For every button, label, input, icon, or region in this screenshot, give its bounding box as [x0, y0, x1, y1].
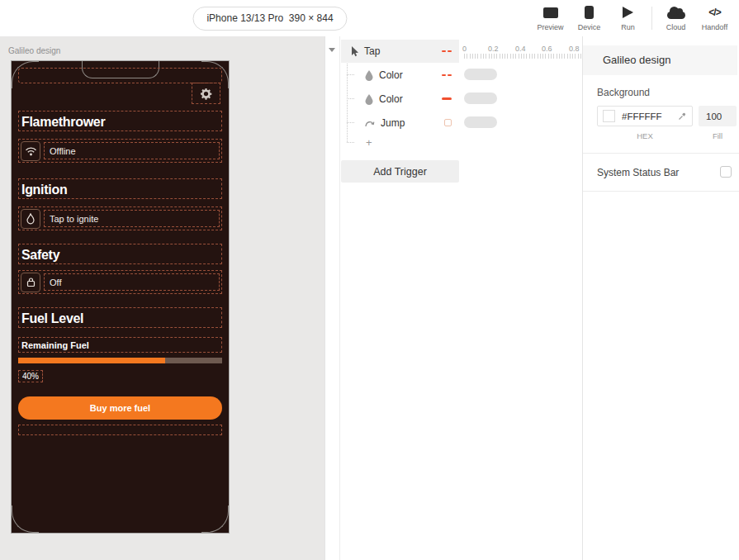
handoff-button[interactable]: </> Handoff: [695, 5, 734, 31]
ruler-tick-label: 0.2: [488, 45, 499, 53]
connection-value[interactable]: Offline: [44, 142, 220, 159]
gear-icon: [200, 88, 212, 100]
empty-layer-guide[interactable]: [18, 425, 222, 435]
phone-artboard[interactable]: Flamethrower Offline Ignition Tap to ign…: [12, 61, 229, 533]
preview-icon: [543, 7, 558, 18]
section-heading-fuel[interactable]: Fuel Level: [18, 307, 222, 328]
status-bar-layer[interactable]: [18, 68, 222, 83]
device-icon: [585, 6, 594, 19]
artboard-label[interactable]: Galileo design: [8, 46, 60, 55]
response-label: Color: [379, 69, 403, 81]
ruler-tick-label: 0.6: [542, 45, 552, 53]
fuel-progress-track: [18, 358, 222, 363]
add-trigger-button[interactable]: Add Trigger: [341, 160, 459, 183]
system-status-bar-checkbox[interactable]: [720, 166, 732, 178]
buy-more-fuel-button[interactable]: Buy more fuel: [18, 396, 222, 420]
background-hex-field[interactable]: #FFFFFF: [597, 106, 693, 126]
wifi-icon: [21, 141, 40, 161]
color-swatch[interactable]: [603, 110, 615, 122]
timeline-bar-jump[interactable]: [464, 116, 497, 128]
timeline-bar-color-2[interactable]: [464, 93, 497, 104]
jump-icon: [364, 118, 376, 128]
timeline-bar-color-1[interactable]: [464, 69, 497, 80]
color-indicator: [442, 74, 452, 76]
fill-caption: Fill: [699, 131, 737, 140]
panel-inner-divider: [339, 36, 340, 560]
frame-corner-guide: [12, 505, 39, 533]
inspector-panel: Galileo design Background #FFFFFF 100 HE…: [582, 36, 739, 560]
safety-value[interactable]: Off: [44, 273, 220, 291]
response-label: Color: [379, 93, 403, 105]
plus-icon: +: [366, 136, 372, 149]
run-button[interactable]: Run: [609, 5, 647, 31]
status-row-ignition[interactable]: Tap to ignite: [18, 206, 222, 230]
lock-icon: [21, 273, 40, 292]
toolbar-actions: Preview Device Run Cloud </> Handoff: [531, 5, 734, 31]
collapse-arrow-icon[interactable]: [329, 48, 335, 52]
scene-title-field[interactable]: Galileo design: [583, 45, 737, 75]
trigger-row-tap[interactable]: Tap: [341, 40, 459, 63]
settings-layer[interactable]: [192, 83, 220, 104]
section-heading-ignition[interactable]: Ignition: [18, 178, 222, 199]
cloud-icon: [667, 12, 685, 19]
run-label: Run: [621, 23, 635, 31]
response-row-color-1[interactable]: Color: [341, 63, 459, 87]
preview-button[interactable]: Preview: [531, 5, 570, 31]
timeline-ruler[interactable]: 0 0.2 0.4 0.6 0.8: [459, 40, 582, 61]
toolbar-separator: [651, 7, 652, 30]
fuel-progress-fill: [18, 358, 165, 363]
response-row-jump[interactable]: Jump: [341, 111, 459, 135]
ruler-tick-label: 0.8: [569, 45, 580, 53]
ignition-value[interactable]: Tap to ignite: [44, 210, 220, 227]
status-row-safety[interactable]: Off: [18, 270, 222, 294]
cloud-button[interactable]: Cloud: [656, 5, 695, 31]
response-row-color-2[interactable]: Color: [341, 87, 459, 111]
status-row-connection[interactable]: Offline: [18, 139, 222, 163]
color-indicator: [442, 97, 452, 100]
remaining-fuel-label[interactable]: Remaining Fuel: [18, 337, 222, 353]
color-drop-icon: [364, 93, 374, 105]
background-section-label: Background: [597, 87, 650, 98]
device-label: Device: [578, 23, 601, 31]
preview-label: Preview: [537, 23, 563, 31]
hex-caption: HEX: [597, 131, 693, 140]
jump-indicator: [444, 119, 452, 126]
color-drop-icon: [364, 69, 374, 81]
hex-value[interactable]: #FFFFFF: [622, 112, 662, 121]
handoff-icon: </>: [708, 7, 720, 18]
frame-corner-guide: [201, 505, 229, 533]
handoff-label: Handoff: [702, 23, 727, 31]
canvas[interactable]: Galileo design Flamethrower Offline Igni: [0, 36, 324, 560]
trigger-label: Tap: [364, 45, 380, 57]
device-button[interactable]: Device: [570, 5, 609, 31]
flame-icon: [21, 209, 40, 229]
section-divider: [583, 191, 739, 192]
run-icon: [623, 7, 633, 18]
cloud-label: Cloud: [666, 23, 686, 31]
background-fill-field[interactable]: 100: [699, 106, 737, 126]
ruler-tick-label: 0.4: [515, 45, 526, 53]
fuel-percent-label[interactable]: 40%: [18, 370, 43, 382]
section-divider: [583, 153, 739, 154]
ruler-tick-label: 0: [462, 45, 467, 53]
toolbar: iPhone 13/13 Pro 390 × 844 Preview Devic…: [0, 0, 739, 36]
section-heading-flamethrower[interactable]: Flamethrower: [18, 111, 222, 131]
response-label: Jump: [381, 117, 405, 129]
section-heading-safety[interactable]: Safety: [18, 244, 222, 264]
system-status-bar-label: System Status Bar: [597, 167, 679, 178]
tap-icon: [348, 45, 359, 57]
eyedropper-icon[interactable]: [678, 112, 687, 121]
ruler-ticks: [464, 54, 582, 59]
add-response-button[interactable]: +: [341, 135, 459, 149]
device-selector[interactable]: iPhone 13/13 Pro 390 × 844: [192, 7, 347, 31]
trigger-panel: Tap Color Color Jump + Add Trigger 0 0.2: [324, 36, 582, 560]
tap-indicator: [442, 50, 452, 52]
